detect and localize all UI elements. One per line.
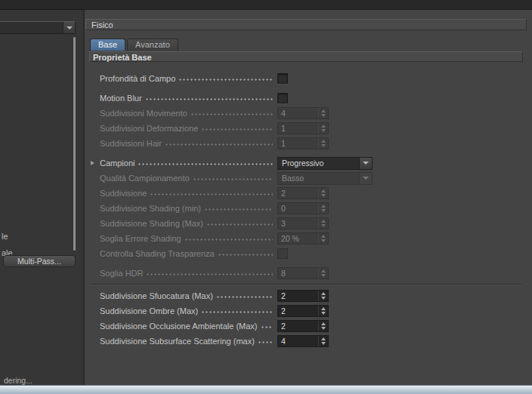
suddivisioni-movimento-spinner: 4 <box>277 107 329 119</box>
list-item-fragment[interactable]: le <box>2 232 8 241</box>
multi-pass-button[interactable]: Multi-Pass... <box>3 255 76 267</box>
spinner-up-icon <box>321 140 326 143</box>
dotted-leader <box>217 296 273 298</box>
spinner-value: 4 <box>278 109 318 118</box>
soglia-hdr-spinner: 8 <box>277 267 329 279</box>
setting-label: Qualità Campionamento <box>100 174 190 183</box>
dotted-leader <box>191 113 273 115</box>
suddivisione-subsurface-scattering-max-spinner[interactable]: 4 <box>277 335 329 347</box>
row-suddivisioni-movimento: Suddivisioni Movimento 4 <box>89 106 523 121</box>
suddivisioni-deformazione-spinner: 1 <box>277 122 329 134</box>
suddivisione-sfuocatura-max-spinner[interactable]: 2 <box>277 290 329 302</box>
renderer-select[interactable] <box>0 21 76 34</box>
spinner-value: 2 <box>278 322 318 331</box>
dropdown-arrow-button[interactable] <box>359 158 372 169</box>
dotted-leader <box>258 341 273 343</box>
spinner-down-icon <box>321 342 326 345</box>
dotted-leader <box>202 128 273 131</box>
spinner-up-icon <box>321 307 326 310</box>
campioni-dropdown[interactable]: Progressivo <box>277 157 373 170</box>
spinner-value: 3 <box>278 219 318 228</box>
spinner-down-icon <box>321 129 326 132</box>
spinner-down-icon <box>321 194 326 197</box>
spinner-arrows[interactable] <box>318 291 328 301</box>
setting-label: Suddivisione Ombre (Max) <box>100 306 198 316</box>
spinner-value: 1 <box>278 139 318 148</box>
sidebar: le ale Multi-Pass... <box>0 10 85 386</box>
bottom-button-fragment[interactable]: dering... <box>4 376 32 385</box>
spinner-arrows[interactable] <box>318 321 328 331</box>
setting-label: Suddivisioni Movimento <box>100 109 187 118</box>
spinner-arrows[interactable] <box>318 306 328 316</box>
expand-arrow-icon[interactable] <box>91 161 94 165</box>
spinner-down-icon <box>321 327 326 330</box>
spinner-up-icon <box>321 235 326 238</box>
setting-label: Suddivisione <box>100 189 147 198</box>
spinner-value: 2 <box>278 189 318 198</box>
window-top-bar <box>0 0 532 10</box>
soglia-errore-shading-spinner: 20 % <box>277 232 329 245</box>
row-suddivisione-ombre-max: Suddivisione Ombre (Max) 2 <box>89 303 523 319</box>
row-suddivisione-subsurface-scattering-max: Suddivisione Subsurface Scattering (max)… <box>89 334 523 349</box>
setting-label: Suddivisione Shading (Max) <box>100 219 203 228</box>
spinner-up-icon <box>321 292 326 295</box>
spinner-value: 8 <box>278 269 318 278</box>
spinner-arrows <box>318 108 328 119</box>
spinner-arrows <box>318 233 328 244</box>
scrollbar-thumb[interactable] <box>73 37 76 251</box>
spinner-arrows <box>318 188 328 199</box>
spinner-value: 1 <box>278 124 318 133</box>
spinner-up-icon <box>321 189 326 192</box>
tab-avanzato[interactable]: Avanzato <box>127 38 178 51</box>
dotted-leader <box>185 239 273 241</box>
tab-bar: Base Avanzato <box>90 38 180 51</box>
dropdown-value: Progressivo <box>278 159 359 168</box>
combo-arrow-button[interactable] <box>63 22 75 33</box>
suddivisione-occlusione-ambientale-max-spinner[interactable]: 2 <box>277 320 329 332</box>
setting-label: Suddivisioni Deformazione <box>100 124 198 133</box>
setting-label: Campioni <box>100 159 135 168</box>
spinner-up-icon <box>321 220 326 223</box>
motion-blur-checkbox[interactable] <box>277 93 288 103</box>
suddivisione-ombre-max-spinner[interactable]: 2 <box>277 305 329 317</box>
group-header-proprieta-base: Proprietà Base <box>89 51 523 62</box>
dotted-leader <box>218 254 273 256</box>
row-motion-blur: Motion Blur <box>89 91 523 106</box>
row-campioni: Campioni Progressivo <box>89 155 523 171</box>
row-suddivisioni-deformazione: Suddivisioni Deformazione 1 <box>89 121 523 136</box>
dropdown-value: Basso <box>278 174 359 183</box>
spinner-value: 0 <box>278 204 318 213</box>
setting-label: Suddivisione Subsurface Scattering (max) <box>100 337 255 346</box>
spinner-down-icon <box>321 144 326 147</box>
setting-label: Soglia Errore Shading <box>100 234 181 243</box>
spinner-arrows <box>318 268 328 279</box>
spinner-down-icon <box>321 297 326 300</box>
dotted-leader <box>165 143 273 146</box>
spinner-arrows <box>318 123 328 134</box>
spinner-up-icon <box>321 322 326 325</box>
dotted-leader <box>147 273 273 275</box>
row-qualita-campionamento: Qualità Campionamento Basso <box>89 171 523 186</box>
dotted-leader <box>150 193 273 195</box>
dotted-leader <box>193 178 273 180</box>
dotted-leader <box>261 326 274 328</box>
setting-label: Suddivisioni Hair <box>100 139 162 148</box>
row-suddivisione: Suddivisione 2 <box>89 186 523 201</box>
setting-label: Soglia HDR <box>100 269 143 278</box>
row-suddivisione-occlusione-ambientale-max: Suddivisione Occlusione Ambientale (Max)… <box>89 319 523 334</box>
panel-title: Fisico <box>85 19 527 30</box>
spinner-down-icon <box>321 274 326 277</box>
spinner-arrows <box>318 138 328 149</box>
suddivisione-shading-max-spinner: 3 <box>277 217 329 229</box>
settings-rows: Profondità di Campo Motion Blur Suddivis… <box>89 71 523 349</box>
chevron-down-icon <box>66 26 73 29</box>
chevron-down-icon <box>363 162 369 165</box>
spinner-up-icon <box>321 269 326 272</box>
profondita-di-campo-checkbox[interactable] <box>277 73 288 84</box>
spinner-arrows[interactable] <box>318 336 328 346</box>
spinner-down-icon <box>321 239 326 242</box>
row-soglia-hdr: Soglia HDR 8 <box>89 266 523 281</box>
dropdown-arrow-button <box>359 173 372 184</box>
spinner-value: 20 % <box>278 234 318 243</box>
tab-base[interactable]: Base <box>90 38 125 51</box>
